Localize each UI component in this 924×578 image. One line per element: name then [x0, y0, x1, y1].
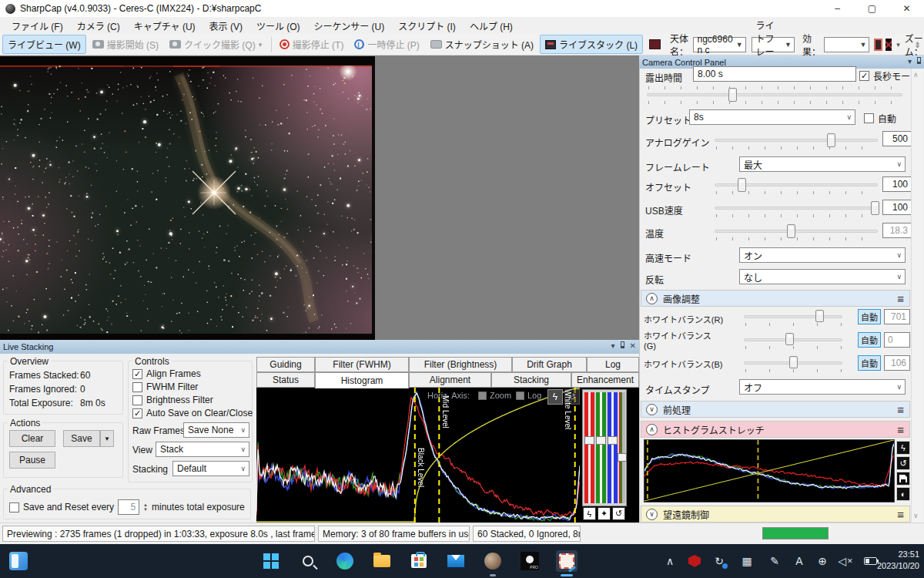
file-explorer-button[interactable] [371, 550, 393, 572]
preprocess-header[interactable]: ∨ 前処理 ≡ [641, 401, 910, 418]
menu-capture[interactable]: キャプチャ (U) [127, 18, 203, 34]
red-level-handle[interactable] [584, 436, 594, 445]
menu-camera[interactable]: カメラ (C) [70, 18, 127, 34]
stretch-histogram-chart[interactable] [644, 439, 895, 502]
stop-capture-button[interactable]: 撮影停止 (T) [275, 35, 349, 53]
live-view-button[interactable]: ライブビュー (W) [2, 35, 86, 54]
volume-muted-button[interactable]: ◁✕ [835, 550, 856, 572]
green-level-handle[interactable] [596, 436, 606, 445]
highspeed-combo[interactable]: オン∨ [739, 247, 906, 263]
red-level-bar[interactable] [584, 392, 594, 503]
snipping-tool-button[interactable] [556, 550, 578, 572]
frame-type-combo[interactable]: ライトフレーム▼ [752, 37, 795, 52]
preset-auto-checkbox[interactable] [864, 113, 874, 123]
spinner-arrows[interactable]: ▲▼ [143, 502, 148, 512]
blue-level-handle[interactable] [608, 436, 618, 445]
widgets-button[interactable] [8, 550, 29, 572]
menu-tools[interactable]: ツール (O) [249, 18, 307, 34]
quick-capture-button[interactable]: クイック撮影 (Q)▾ [165, 35, 266, 53]
offset-slider-thumb[interactable] [738, 178, 746, 192]
exposure-slider[interactable] [647, 93, 902, 96]
touch-keyboard-button[interactable]: ▦ [736, 550, 758, 572]
raw-frames-combo[interactable]: Save None∨ [183, 422, 249, 438]
preset-combo[interactable]: 8s∨ [689, 109, 855, 125]
collapse-icon[interactable]: ∧ [646, 424, 658, 435]
image-adjust-header[interactable]: ∧ 画像調整 ≡ [641, 290, 910, 307]
wb-g-auto-button[interactable]: 自動 [858, 332, 881, 348]
tab-log[interactable]: Log [587, 357, 639, 372]
all-level-bar[interactable] [619, 392, 625, 503]
tab-drift-graph[interactable]: Drift Graph [512, 357, 587, 372]
pro-app-button[interactable] [519, 550, 541, 572]
wb-r-auto-button[interactable]: 自動 [858, 309, 881, 324]
reset-stretch-button[interactable]: ↺ [896, 456, 910, 470]
live-stacking-header[interactable]: Live Stacking ▾✕ [0, 340, 639, 354]
green-level-bar[interactable] [596, 392, 606, 503]
framerate-combo[interactable]: 最大∨ [739, 156, 906, 172]
chevron-down-icon[interactable]: ▾ [908, 57, 912, 66]
tab-filter-fwhm[interactable]: Filter (FWHM) [315, 357, 409, 372]
menu-icon[interactable]: ≡ [897, 508, 903, 521]
tab-guiding[interactable]: Guiding [256, 357, 315, 372]
exposure-input[interactable]: 8.00 s [693, 66, 856, 82]
zoom-checkbox[interactable] [478, 391, 487, 400]
brightness-filter-checkbox[interactable] [132, 395, 142, 405]
usb-value-box[interactable]: 100 [882, 200, 912, 215]
usb-slider-thumb[interactable] [871, 201, 879, 215]
menu-sequencer[interactable]: シーケンサー (U) [307, 18, 392, 34]
gain-slider[interactable] [715, 139, 878, 142]
gain-slider-thumb[interactable] [827, 133, 835, 147]
wb-r-slider[interactable] [744, 315, 842, 318]
live-stack-button[interactable]: ライブスタック (L) [540, 35, 643, 54]
tab-filter-brightness[interactable]: Filter (Brightness) [409, 357, 512, 372]
long-exposure-checkbox[interactable] [859, 71, 869, 81]
camera-panel-scrollbar[interactable] [911, 69, 923, 523]
save-button[interactable]: Save [63, 430, 100, 447]
store-button[interactable] [408, 550, 430, 572]
planetarium-app-button[interactable] [482, 550, 504, 572]
ime-mode-button[interactable]: A [788, 550, 810, 572]
auto-levels-button[interactable]: ϟ [583, 507, 596, 520]
pin-icon[interactable] [917, 57, 921, 64]
telescope-header[interactable]: ∨ 望遠鏡制御 ≡ [641, 506, 910, 523]
clear-button[interactable]: Clear [9, 430, 55, 447]
menu-icon[interactable]: ≡ [897, 403, 903, 416]
save-dropdown-button[interactable]: ▼ [100, 430, 114, 447]
pause-stack-button[interactable]: Pause [9, 452, 55, 469]
stacking-mode-combo[interactable]: Default∨ [172, 461, 249, 476]
collapse-icon[interactable]: ∧ [646, 293, 658, 304]
menu-help[interactable]: ヘルプ (H) [463, 18, 520, 34]
menu-icon[interactable]: ≡ [897, 292, 903, 305]
wb-r-slider-thumb[interactable] [815, 310, 824, 322]
wb-b-auto-button[interactable]: 自動 [858, 355, 881, 371]
tab-alignment[interactable]: Alignment [409, 372, 491, 388]
auto-stretch-button[interactable]: ϟ [896, 441, 910, 455]
tab-enhancement[interactable]: Enhancement [571, 372, 639, 388]
close-panel-icon[interactable]: ✕ [630, 341, 636, 350]
scroll-up-icon[interactable]: ∧ [913, 71, 919, 79]
clock[interactable]: 23:51 2023/10/20 [877, 549, 919, 572]
scroll-down-icon[interactable]: ∨ [913, 512, 919, 519]
toolbar-overflow-icon[interactable]: ⇟ [914, 40, 921, 50]
pause-button[interactable]: ❙❙一時停止 (P) [350, 35, 424, 53]
start-capture-button[interactable]: 撮影開始 (S) [88, 35, 163, 53]
wb-g-slider-thumb[interactable] [785, 333, 794, 345]
offset-value-box[interactable]: 100 [882, 176, 912, 192]
image-viewport[interactable] [0, 55, 639, 340]
snapshot-button[interactable]: スナップショット (A) [426, 35, 538, 53]
chevron-down-icon[interactable]: ▾ [611, 341, 615, 350]
network-button[interactable]: ⊕ [812, 550, 833, 572]
timestamp-combo[interactable]: オフ∨ [739, 379, 906, 395]
star-levels-button[interactable]: ✦ [598, 507, 611, 520]
histogram-stretch-header[interactable]: ∧ ヒストグラムストレッチ ≡ [641, 421, 910, 438]
search-button[interactable] [297, 550, 319, 572]
gain-value-box[interactable]: 500 [882, 131, 912, 146]
edge-button[interactable] [334, 550, 356, 572]
usb-slider[interactable] [715, 207, 878, 210]
blue-level-bar[interactable] [608, 392, 618, 503]
minimize-button[interactable]: – [820, 0, 855, 17]
reset-levels-button[interactable]: ↺ [612, 507, 625, 520]
auto-save-checkbox[interactable] [132, 408, 142, 418]
align-frames-checkbox[interactable] [132, 369, 142, 379]
auto-histogram-button[interactable]: ϟ [547, 389, 563, 405]
